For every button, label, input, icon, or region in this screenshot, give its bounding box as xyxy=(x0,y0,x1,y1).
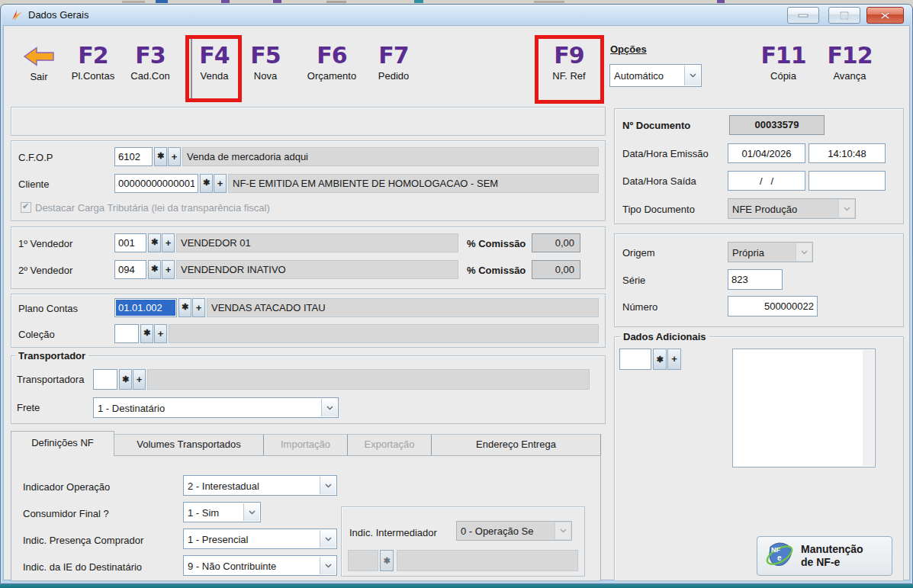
textarea-scroll-strip[interactable] xyxy=(863,350,874,466)
sair-button[interactable]: Sair xyxy=(17,46,61,82)
serie-input[interactable] xyxy=(728,269,783,290)
chevron-down-icon[interactable] xyxy=(243,503,259,521)
toolbar-button-f5[interactable]: F5 Nova xyxy=(243,43,288,82)
plano-contas-input[interactable]: 01.01.002 xyxy=(114,298,177,317)
opcoes-dropdown[interactable]: Automático xyxy=(609,64,702,87)
maximize-button[interactable] xyxy=(828,7,860,24)
cfop-input[interactable] xyxy=(114,147,153,166)
sliver-mark xyxy=(414,0,423,3)
cliente-description: NF-E EMITIDA EM AMBIENTE DE HOMOLOGACAO … xyxy=(228,174,599,193)
vendedor1-add-button[interactable]: + xyxy=(162,233,175,252)
colecao-input[interactable] xyxy=(114,324,139,343)
comissao2-value: 0,00 xyxy=(532,260,580,279)
cliente-label: Cliente xyxy=(18,178,49,190)
f6-key: F6 xyxy=(299,43,365,69)
destacar-checkbox[interactable]: ✔ xyxy=(21,202,31,213)
chevron-down-icon[interactable] xyxy=(320,557,336,574)
f4-label: Venda xyxy=(189,70,240,82)
hora-saida-input[interactable] xyxy=(809,171,886,191)
f4-key: F4 xyxy=(189,43,240,69)
colecao-label: Coleção xyxy=(18,329,55,340)
vendedor1-input[interactable] xyxy=(114,233,146,252)
toolbar-button-f4[interactable]: F4 Venda xyxy=(189,43,240,82)
consumidor-final-dropdown[interactable]: 1 - Sim xyxy=(183,502,261,522)
plano-contas-lookup-button[interactable]: ✱ xyxy=(178,298,191,317)
cliente-add-button[interactable]: + xyxy=(214,174,227,193)
transportadora-lookup-button[interactable]: ✱ xyxy=(119,369,132,390)
tab-importacao: Importação xyxy=(264,434,348,456)
toolbar-button-f7[interactable]: F7 Pedido xyxy=(368,43,420,82)
dados-adicionais-textarea[interactable] xyxy=(732,349,876,468)
comissao1-value: 0,00 xyxy=(532,233,580,252)
f9-key: F9 xyxy=(540,43,598,69)
sliver-mark xyxy=(534,1,564,3)
vendedor2-input[interactable] xyxy=(114,260,146,279)
svg-text:NF: NF xyxy=(771,546,780,554)
dados-adicionais-legend: Dados Adicionais xyxy=(620,331,709,342)
dados-adicionais-lookup-button[interactable]: ✱ xyxy=(653,349,667,370)
indic-presenca-dropdown[interactable]: 1 - Presencial xyxy=(183,529,337,549)
dados-adicionais-code-input[interactable] xyxy=(619,349,651,370)
cliente-lookup-button[interactable]: ✱ xyxy=(200,174,213,193)
transportadora-add-button[interactable]: + xyxy=(133,369,146,390)
hora-emissao-input[interactable] xyxy=(809,143,886,163)
tab-definicoes-nf[interactable]: Definições NF xyxy=(11,431,114,456)
toolbar-button-f2[interactable]: F2 Pl.Contas xyxy=(66,43,121,82)
toolbar-button-f11[interactable]: F11 Cópia xyxy=(758,43,809,82)
consumidor-final-label: Consumidor Final ? xyxy=(23,508,109,519)
minimize-button[interactable] xyxy=(787,7,819,24)
f7-label: Pedido xyxy=(368,70,420,82)
frete-dropdown[interactable]: 1 - Destinatário xyxy=(93,397,339,418)
close-button[interactable] xyxy=(866,7,904,24)
toolbar-button-f6[interactable]: F6 Orçamento xyxy=(299,43,365,82)
f12-label: Avança xyxy=(822,70,877,82)
numero-input[interactable] xyxy=(728,296,818,316)
serie-label: Série xyxy=(622,275,645,286)
cfop-lookup-button[interactable]: ✱ xyxy=(154,147,167,166)
tab-endereco-entrega[interactable]: Endereço Entrega xyxy=(432,434,601,456)
toolbar-button-f3[interactable]: F3 Cad.Con xyxy=(121,43,180,82)
vendedor2-add-button[interactable]: + xyxy=(162,260,175,279)
tab-volumes-transportados[interactable]: Volumes Transportados xyxy=(114,434,264,456)
svg-text:e: e xyxy=(777,554,782,562)
chevron-down-icon[interactable] xyxy=(321,399,337,416)
indicador-operacao-dropdown[interactable]: 2 - Interestadual xyxy=(183,475,337,496)
manutencao-line2: de NF-e xyxy=(801,556,840,568)
background-bottom-strip xyxy=(0,584,913,588)
vendedor1-lookup-button[interactable]: ✱ xyxy=(148,233,161,252)
numero-label: Número xyxy=(622,301,657,313)
cfop-add-button[interactable]: + xyxy=(168,147,181,166)
data-saida-input[interactable] xyxy=(728,171,805,191)
indicador-operacao-value: 2 - Interestadual xyxy=(188,480,319,492)
close-icon xyxy=(880,11,890,20)
cliente-input[interactable] xyxy=(114,174,198,193)
intermediador-lookup-button[interactable]: ✱ xyxy=(380,550,394,571)
toolbar-button-f9[interactable]: F9 NF. Ref xyxy=(540,43,598,82)
colecao-description xyxy=(169,324,599,343)
f11-label: Cópia xyxy=(758,70,809,82)
chevron-down-icon[interactable] xyxy=(684,66,700,85)
chevron-down-icon[interactable] xyxy=(320,477,336,494)
intermediador-description xyxy=(397,550,578,571)
minimize-icon xyxy=(798,14,809,18)
chevron-down-icon[interactable] xyxy=(320,530,336,548)
manutencao-line1: Manutenção xyxy=(801,543,863,555)
indic-intermediador-label: Indic. Intermediador xyxy=(349,527,437,538)
app-icon xyxy=(10,8,24,21)
colecao-lookup-button[interactable]: ✱ xyxy=(140,324,153,343)
empty-header-panel xyxy=(11,107,606,136)
toolbar-button-f12[interactable]: F12 Avança xyxy=(822,43,877,82)
indic-ie-dropdown[interactable]: 9 - Não Contribuinte xyxy=(183,555,337,576)
chevron-down-icon xyxy=(796,243,812,261)
manutencao-nfe-button[interactable]: NF e Manutenção de NF-e xyxy=(757,536,892,576)
numero-documento-value: 00033579 xyxy=(729,115,825,135)
plano-contas-add-button[interactable]: + xyxy=(192,298,205,317)
sliver-mark xyxy=(122,1,145,3)
vendedor2-lookup-button[interactable]: ✱ xyxy=(148,260,161,279)
colecao-add-button[interactable]: + xyxy=(154,324,167,343)
transportadora-input[interactable] xyxy=(93,369,117,390)
data-emissao-input[interactable] xyxy=(728,143,805,163)
dados-adicionais-add-button[interactable]: + xyxy=(667,349,681,370)
data-hora-emissao-label: Data/Hora Emissão xyxy=(622,148,709,159)
plano-contas-label: Plano Contas xyxy=(18,303,78,314)
